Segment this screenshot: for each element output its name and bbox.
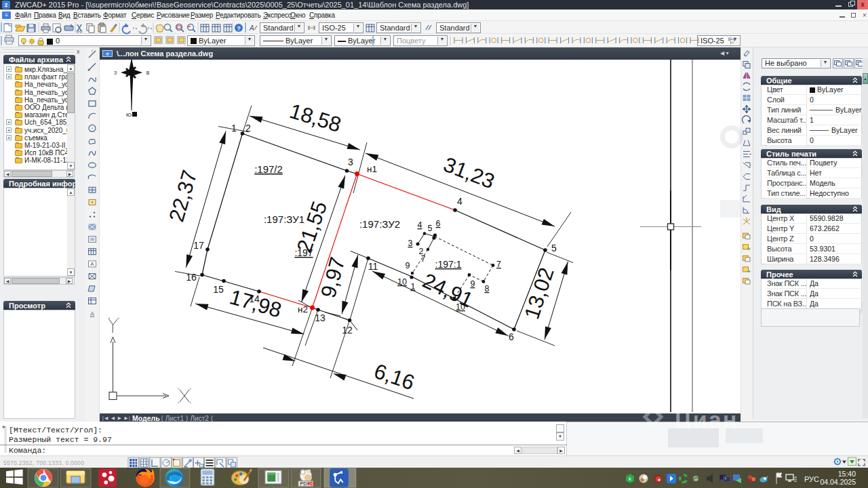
svg-text:6: 6 (509, 331, 514, 342)
svg-text:н2: н2 (298, 304, 308, 314)
svg-text:6: 6 (436, 219, 441, 228)
svg-text:5: 5 (551, 243, 557, 253)
svg-text:A: A (90, 261, 94, 267)
svg-text:н1: н1 (367, 164, 377, 174)
svg-text:A: A (90, 310, 94, 317)
svg-text:7: 7 (496, 260, 501, 269)
svg-text::197:ЗУ1: :197:ЗУ1 (264, 214, 304, 225)
svg-text:04.04.2025: 04.04.2025 (820, 478, 856, 486)
svg-text:2: 2 (245, 123, 251, 134)
svg-text:13: 13 (315, 312, 326, 323)
svg-text:4: 4 (457, 196, 462, 207)
svg-text:22,37: 22,37 (164, 167, 201, 224)
svg-text::197:ЗУ2: :197:ЗУ2 (359, 218, 400, 230)
svg-text:31,23: 31,23 (440, 152, 498, 193)
svg-text:9: 9 (471, 279, 475, 289)
svg-text:15: 15 (213, 284, 224, 295)
svg-text:РУС: РУС (804, 475, 819, 483)
svg-text:16: 16 (186, 272, 197, 283)
svg-text:1: 1 (411, 282, 416, 291)
svg-text:A: A (249, 24, 254, 32)
svg-text:10: 10 (397, 277, 407, 287)
svg-text:Ю: Ю (126, 112, 132, 118)
svg-text:17: 17 (193, 240, 204, 251)
svg-text:14: 14 (249, 293, 260, 304)
svg-text:24: 24 (309, 481, 314, 486)
svg-text:4: 4 (418, 220, 422, 230)
svg-text::197: :197 (294, 247, 313, 258)
svg-text:1: 1 (231, 123, 237, 134)
svg-text:18,58: 18,58 (287, 99, 344, 137)
svg-text::197/2: :197/2 (254, 163, 283, 175)
svg-text:В: В (146, 70, 150, 75)
svg-text:?: ? (237, 25, 241, 32)
svg-text:12: 12 (342, 325, 353, 336)
svg-text:9,97: 9,97 (316, 255, 349, 300)
svg-text:7: 7 (421, 254, 426, 264)
svg-text:3: 3 (348, 157, 353, 167)
svg-text:3: 3 (408, 239, 413, 248)
svg-text::197:1: :197:1 (435, 259, 462, 270)
svg-text:З: З (114, 70, 117, 75)
svg-text:10: 10 (456, 302, 465, 312)
svg-text:6,16: 6,16 (371, 359, 417, 395)
svg-text:8: 8 (485, 284, 490, 293)
svg-text:11: 11 (368, 261, 378, 272)
svg-text:15:40: 15:40 (838, 470, 856, 478)
svg-text:9: 9 (406, 261, 410, 270)
svg-text:5: 5 (428, 224, 433, 233)
